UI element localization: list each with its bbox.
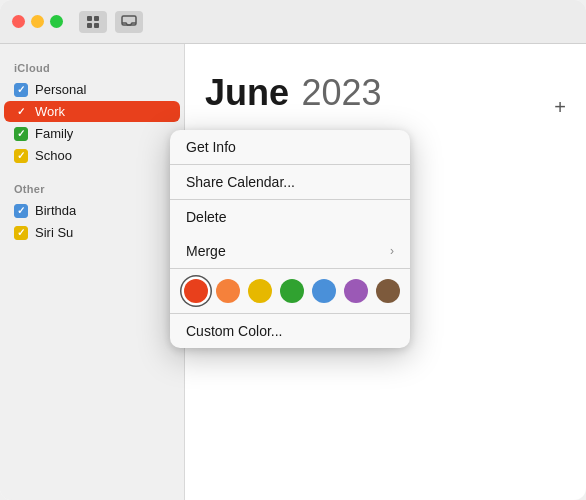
merge-label: Merge (186, 243, 226, 259)
year-label: 2023 (301, 72, 381, 113)
icloud-section-label: iCloud (0, 56, 184, 78)
svg-rect-1 (94, 16, 99, 21)
sidebar-item-birthdays[interactable]: ✓ Birthda (4, 200, 180, 221)
titlebar (0, 0, 586, 44)
sidebar-item-personal[interactable]: ✓ Personal (4, 79, 180, 100)
minimize-button[interactable] (31, 15, 44, 28)
work-label: Work (35, 104, 65, 119)
inbox-icon[interactable] (115, 11, 143, 33)
custom-color-label: Custom Color... (186, 323, 282, 339)
sidebar-item-family[interactable]: ✓ Family (4, 123, 180, 144)
sidebar-item-school[interactable]: ✓ Schoo (4, 145, 180, 166)
share-calendar-label: Share Calendar... (186, 174, 295, 190)
color-swatch-purple[interactable] (344, 279, 368, 303)
close-button[interactable] (12, 15, 25, 28)
family-label: Family (35, 126, 73, 141)
color-swatch-green[interactable] (280, 279, 304, 303)
school-checkbox[interactable]: ✓ (14, 149, 28, 163)
month-year-title: June 2023 (205, 72, 566, 114)
delete-label: Delete (186, 209, 226, 225)
menu-item-merge[interactable]: Merge › (170, 234, 410, 268)
color-swatch-blue[interactable] (312, 279, 336, 303)
svg-rect-0 (87, 16, 92, 21)
traffic-lights (12, 15, 63, 28)
menu-item-share-calendar[interactable]: Share Calendar... (170, 165, 410, 199)
birthdays-label: Birthda (35, 203, 76, 218)
menu-item-delete[interactable]: Delete (170, 200, 410, 234)
color-swatch-brown[interactable] (376, 279, 400, 303)
birthdays-checkbox[interactable]: ✓ (14, 204, 28, 218)
sidebar: iCloud ✓ Personal ✓ Work ✓ Family (0, 44, 185, 500)
siri-label: Siri Su (35, 225, 73, 240)
personal-label: Personal (35, 82, 86, 97)
color-picker-row (170, 269, 410, 313)
color-swatch-orange[interactable] (216, 279, 240, 303)
svg-rect-3 (94, 23, 99, 28)
school-label: Schoo (35, 148, 72, 163)
svg-rect-2 (87, 23, 92, 28)
work-checkbox[interactable]: ✓ (14, 105, 28, 119)
personal-checkbox[interactable]: ✓ (14, 83, 28, 97)
siri-checkbox[interactable]: ✓ (14, 226, 28, 240)
maximize-button[interactable] (50, 15, 63, 28)
sidebar-item-siri[interactable]: ✓ Siri Su (4, 222, 180, 243)
menu-item-custom-color[interactable]: Custom Color... (170, 314, 410, 348)
other-section-label: Other (0, 177, 184, 199)
chevron-right-icon: › (390, 244, 394, 258)
add-event-button[interactable]: + (554, 96, 566, 119)
family-checkbox[interactable]: ✓ (14, 127, 28, 141)
menu-item-get-info[interactable]: Get Info (170, 130, 410, 164)
sidebar-item-work[interactable]: ✓ Work (4, 101, 180, 122)
context-menu: Get Info Share Calendar... Delete Merge … (170, 130, 410, 348)
get-info-label: Get Info (186, 139, 236, 155)
month-label: June (205, 72, 289, 113)
titlebar-icons (79, 11, 143, 33)
grid-icon[interactable] (79, 11, 107, 33)
color-swatch-yellow[interactable] (248, 279, 272, 303)
color-swatch-red[interactable] (184, 279, 208, 303)
